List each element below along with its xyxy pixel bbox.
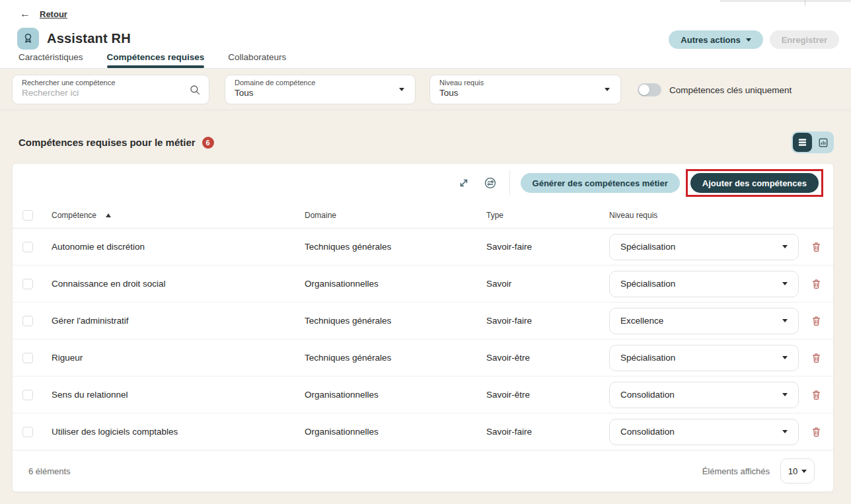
chevron-down-icon xyxy=(801,470,807,473)
search-input[interactable] xyxy=(22,88,174,98)
other-actions-button[interactable]: Autres actions xyxy=(669,30,762,49)
table-row: Connaissance en droit social Organisatio… xyxy=(13,266,833,303)
level-select[interactable]: Spécialisation xyxy=(609,345,799,371)
level-select-value: Spécialisation xyxy=(620,279,675,289)
delete-row-icon[interactable] xyxy=(809,314,823,328)
search-field[interactable]: Rechercher une compétence xyxy=(12,75,209,104)
row-checkbox[interactable] xyxy=(22,316,33,326)
list-view-icon[interactable] xyxy=(793,133,812,152)
tab-bar: Caractéristiques Compétences requises Co… xyxy=(18,52,286,68)
table-row: Gérer l'administratif Techniques général… xyxy=(13,303,833,340)
competence-cell: Gérer l'administratif xyxy=(52,316,305,326)
back-row: ← Retour xyxy=(20,9,67,19)
level-select[interactable]: Consolidation xyxy=(609,419,799,445)
key-skills-toggle-group: Compétences clés uniquement xyxy=(638,83,792,96)
domain-filter-select[interactable]: Domaine de compétence Tous xyxy=(225,75,416,104)
key-skills-toggle[interactable] xyxy=(638,83,661,96)
level-filter-select[interactable]: Niveau requis Tous xyxy=(429,75,621,104)
chevron-down-icon xyxy=(746,38,751,42)
delete-row-icon[interactable] xyxy=(809,425,823,439)
domain-filter-value: Tous xyxy=(235,88,406,98)
type-cell: Savoir-faire xyxy=(486,316,599,326)
select-all-checkbox[interactable] xyxy=(22,210,33,221)
save-button[interactable]: Enregistrer xyxy=(770,30,839,49)
row-checkbox[interactable] xyxy=(22,279,33,289)
level-select[interactable]: Spécialisation xyxy=(609,271,799,297)
title-row: Assistant RH xyxy=(17,28,131,50)
column-header-type[interactable]: Type xyxy=(486,211,599,220)
column-header-competence[interactable]: Compétence xyxy=(52,211,305,220)
type-cell: Savoir-faire xyxy=(486,242,599,252)
search-field-label: Rechercher une compétence xyxy=(22,79,200,87)
chart-view-icon[interactable] xyxy=(813,133,832,152)
level-select-value: Spécialisation xyxy=(620,353,675,363)
row-checkbox[interactable] xyxy=(22,242,33,252)
delete-row-icon[interactable] xyxy=(809,388,823,402)
table-row: Sens du relationnel Organisationnelles S… xyxy=(13,377,833,414)
domaine-cell: Techniques générales xyxy=(305,242,486,252)
chevron-down-icon xyxy=(782,245,788,248)
level-filter-value: Tous xyxy=(439,88,611,98)
type-cell: Savoir xyxy=(486,279,599,289)
generate-skills-button[interactable]: Générer des compétences métier xyxy=(521,173,680,193)
expand-icon[interactable] xyxy=(455,174,472,192)
annotation-highlight-box: Ajouter des compétences xyxy=(686,169,823,197)
row-checkbox[interactable] xyxy=(22,427,33,437)
award-icon xyxy=(17,28,39,50)
page-title: Assistant RH xyxy=(47,31,131,46)
chevron-down-icon xyxy=(782,356,788,359)
page-size-select[interactable]: 10 xyxy=(780,458,815,484)
column-settings-icon[interactable] xyxy=(482,174,499,192)
tab-competences-requises[interactable]: Compétences requises xyxy=(107,52,205,68)
competence-cell: Autonomie et discrétion xyxy=(52,242,305,252)
back-arrow-icon[interactable]: ← xyxy=(20,9,30,19)
row-checkbox[interactable] xyxy=(22,353,33,363)
domaine-cell: Organisationnelles xyxy=(305,427,486,437)
table-row: Utiliser des logiciels comptables Organi… xyxy=(13,414,833,450)
top-actions: Autres actions Enregistrer xyxy=(669,30,839,49)
column-header-domaine[interactable]: Domaine xyxy=(305,211,486,220)
chevron-down-icon xyxy=(782,282,788,285)
domaine-cell: Techniques générales xyxy=(305,316,486,326)
count-badge: 6 xyxy=(202,137,214,149)
items-displayed-label: Éléments affichés xyxy=(702,466,770,476)
chevron-down-icon xyxy=(782,393,788,396)
tab-collaborateurs[interactable]: Collaborateurs xyxy=(228,52,286,68)
delete-row-icon[interactable] xyxy=(809,351,823,365)
tab-caracteristiques[interactable]: Caractéristiques xyxy=(18,52,83,68)
section-title: Compétences requises pour le métier xyxy=(18,137,196,148)
delete-row-icon[interactable] xyxy=(809,277,823,291)
column-header-niveau[interactable]: Niveau requis xyxy=(599,211,799,220)
skills-table-card: Générer des compétences métier Ajouter d… xyxy=(12,163,834,492)
domain-filter-label: Domaine de compétence xyxy=(235,79,406,87)
row-checkbox[interactable] xyxy=(22,390,33,400)
window-edge-artifact xyxy=(720,0,851,2)
chevron-down-icon xyxy=(605,88,610,91)
level-select-value: Consolidation xyxy=(620,390,675,400)
competence-cell: Sens du relationnel xyxy=(52,390,305,400)
level-select[interactable]: Excellence xyxy=(609,308,799,334)
level-select[interactable]: Consolidation xyxy=(609,382,799,408)
type-cell: Savoir-être xyxy=(486,353,599,363)
pagination-controls: Éléments affichés 10 xyxy=(702,458,815,484)
top-bar: ← Retour Assistant RH Caractéristiques C… xyxy=(0,0,851,69)
table-row: Autonomie et discrétion Techniques génér… xyxy=(13,229,833,266)
items-count: 6 éléments xyxy=(28,466,71,476)
back-link[interactable]: Retour xyxy=(40,9,67,19)
chevron-down-icon xyxy=(782,319,788,322)
toolbar-divider xyxy=(509,170,510,196)
competence-cell: Connaissance en droit social xyxy=(52,279,305,289)
search-icon xyxy=(189,84,201,98)
window-edge-tick xyxy=(805,0,805,5)
save-label: Enregistrer xyxy=(782,35,827,45)
level-select-value: Spécialisation xyxy=(620,242,675,252)
type-cell: Savoir-faire xyxy=(486,427,599,437)
domaine-cell: Organisationnelles xyxy=(305,390,486,400)
chevron-down-icon xyxy=(399,88,404,91)
add-skills-button[interactable]: Ajouter des compétences xyxy=(690,173,819,193)
level-select[interactable]: Spécialisation xyxy=(609,234,799,260)
key-skills-toggle-label: Compétences clés uniquement xyxy=(669,85,792,95)
delete-row-icon[interactable] xyxy=(809,240,823,254)
toggle-knob xyxy=(639,85,649,95)
domaine-cell: Organisationnelles xyxy=(305,279,486,289)
